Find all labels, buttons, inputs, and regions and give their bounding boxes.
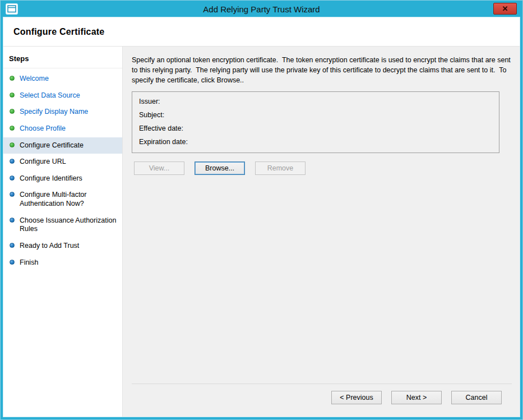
browse-button[interactable]: Browse...	[195, 161, 245, 175]
step-label: Choose Issuance Authorization Rules	[20, 216, 118, 234]
certificate-details-box: Issuer: Subject: Effective date: Expirat…	[132, 91, 499, 153]
step-label: Welcome	[20, 75, 49, 84]
step-label: Select Data Source	[20, 91, 80, 100]
step-ready-to-add-trust: Ready to Add Trust	[3, 238, 122, 255]
step-label: Configure Certificate	[20, 141, 84, 150]
footer-actions: < Previous Next > Cancel	[132, 384, 512, 412]
window-title: Add Relying Party Trust Wizard	[203, 4, 320, 13]
step-pending-dot-icon	[10, 243, 15, 248]
step-choose-issuance-rules: Choose Issuance Authorization Rules	[3, 213, 122, 238]
close-icon: ✕	[502, 5, 508, 12]
step-configure-certificate: Configure Certificate	[3, 137, 122, 154]
step-pending-dot-icon	[10, 218, 15, 223]
subject-field: Subject:	[139, 111, 492, 119]
step-configure-url: Configure URL	[3, 154, 122, 170]
view-button[interactable]: View...	[134, 161, 184, 175]
step-select-data-source[interactable]: Select Data Source	[3, 87, 122, 104]
step-label: Ready to Add Trust	[20, 242, 79, 251]
step-configure-identifiers: Configure Identifiers	[3, 170, 122, 187]
titlebar: Add Relying Party Trust Wizard ✕	[3, 1, 520, 17]
step-pending-dot-icon	[10, 159, 15, 164]
step-label: Specify Display Name	[20, 108, 88, 117]
wizard-icon	[5, 3, 18, 15]
close-button[interactable]: ✕	[493, 3, 517, 15]
steps-header: Steps	[3, 50, 122, 68]
description-text: Specify an optional token encryption cer…	[132, 56, 512, 85]
step-configure-mfa: Configure Multi-factor Authentication No…	[3, 187, 122, 212]
step-label: Configure Identifiers	[20, 174, 82, 183]
steps-sidebar: Steps Welcome Select Data Source Specify…	[3, 47, 123, 417]
step-done-dot-icon	[10, 93, 15, 98]
step-done-dot-icon	[10, 142, 15, 147]
wizard-body: Configure Certificate Steps Welcome Sele…	[3, 17, 520, 417]
step-label: Choose Profile	[20, 124, 66, 133]
next-button[interactable]: Next >	[391, 391, 442, 404]
step-pending-dot-icon	[10, 192, 15, 197]
step-pending-dot-icon	[10, 176, 15, 181]
step-pending-dot-icon	[10, 260, 15, 265]
step-choose-profile[interactable]: Choose Profile	[3, 121, 122, 137]
step-finish: Finish	[3, 255, 122, 271]
step-done-dot-icon	[10, 126, 15, 131]
step-label: Configure URL	[20, 158, 66, 167]
remove-button[interactable]: Remove	[255, 161, 306, 175]
content-spacer	[132, 175, 512, 384]
step-label: Configure Multi-factor Authentication No…	[20, 191, 118, 208]
certificate-actions: View... Browse... Remove	[134, 161, 512, 175]
page-title: Configure Certificate	[13, 27, 508, 37]
step-specify-display-name[interactable]: Specify Display Name	[3, 104, 122, 121]
step-welcome[interactable]: Welcome	[3, 71, 122, 87]
expiration-date-field: Expiration date:	[139, 138, 492, 146]
step-done-dot-icon	[10, 109, 15, 114]
step-done-dot-icon	[10, 76, 15, 81]
cancel-button[interactable]: Cancel	[451, 391, 502, 404]
step-label: Finish	[20, 259, 38, 267]
effective-date-field: Effective date:	[139, 124, 492, 132]
page-header: Configure Certificate	[3, 17, 520, 47]
wizard-window: Add Relying Party Trust Wizard ✕ Configu…	[0, 0, 523, 420]
issuer-field: Issuer:	[139, 98, 492, 105]
main-content: Specify an optional token encryption cer…	[123, 47, 520, 417]
previous-button[interactable]: < Previous	[331, 391, 382, 404]
